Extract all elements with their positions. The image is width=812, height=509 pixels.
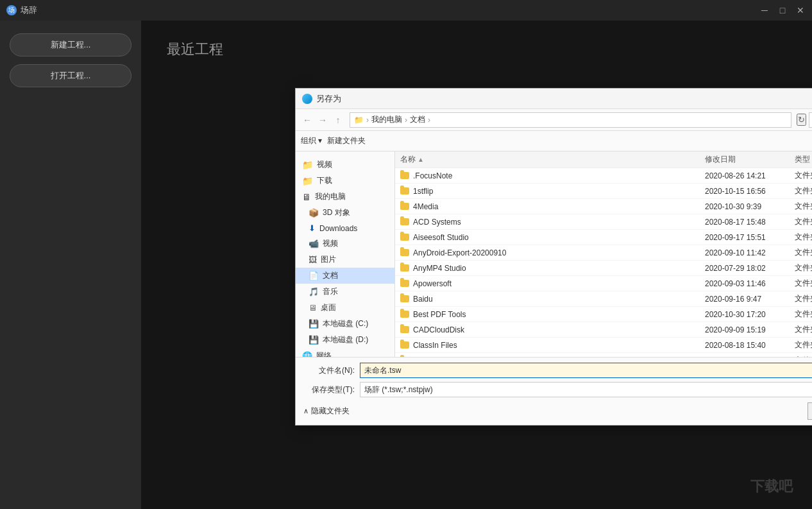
file-row[interactable]: Combine PDF 2020-10-02 8:35 文件夹 — [395, 353, 812, 357]
download-icon: ⬇ — [309, 223, 316, 233]
watermark: 下载吧 — [750, 477, 793, 496]
content-area: 最近工程 另存为 ✕ ← → ↑ 📁 › 我的电脑 — [141, 21, 812, 509]
minimize-button[interactable]: ─ — [759, 5, 770, 15]
file-row[interactable]: ClassIn Files 2020-08-18 15:40 文件夹 — [395, 338, 812, 353]
network-icon: 🌐 — [302, 351, 312, 357]
main-layout: 新建工程... 打开工程... 最近工程 另存为 ✕ ← → ↑ � — [0, 21, 812, 509]
file-row[interactable]: AnyDroid-Export-20200910 2020-09-10 11:4… — [395, 245, 812, 261]
footer-btn-group: 保存(S) 取消 — [808, 402, 812, 420]
file-folder-icon — [400, 311, 409, 318]
dialog-title-left: 另存为 — [302, 93, 341, 105]
file-row[interactable]: CADCloudDisk 2020-09-09 15:19 文件夹 — [395, 322, 812, 338]
file-row[interactable]: AnyMP4 Studio 2020-07-29 18:02 文件夹 — [395, 261, 812, 276]
file-row[interactable]: .FocusNote 2020-08-26 14:21 文件夹 — [395, 168, 812, 184]
col-modified: 修改日期 — [705, 154, 795, 165]
hide-folder-button[interactable]: ∧ 隐藏文件夹 — [303, 406, 350, 417]
filetype-select-wrap: 场辞 (*.tsw;*.nstpjw) ▼ — [360, 382, 812, 397]
folder-icon: 📁 — [302, 160, 313, 170]
app-title: 场辞 — [21, 4, 37, 16]
save-button[interactable]: 保存(S) — [808, 402, 812, 420]
desktop-icon: 🖥 — [309, 303, 317, 313]
app-icon: 场 — [6, 5, 17, 15]
drive-c-icon: 💾 — [309, 319, 319, 329]
col-type: 类型 — [795, 154, 812, 165]
filename-label: 文件名(N): — [303, 365, 355, 376]
file-row[interactable]: Best PDF Tools 2020-10-30 17:20 文件夹 — [395, 307, 812, 322]
breadcrumb-docs[interactable]: 文档 — [410, 114, 425, 125]
back-button[interactable]: ← — [301, 115, 314, 125]
sidebar: 新建工程... 打开工程... — [0, 21, 141, 509]
filetype-row: 保存类型(T): 场辞 (*.tsw;*.nstpjw) ▼ — [303, 382, 812, 397]
search-box: 🔍 — [809, 112, 812, 128]
organize-button[interactable]: 组织 ▾ — [301, 135, 322, 146]
breadcrumb-icon: 📁 — [354, 116, 364, 125]
nav-item-desktop[interactable]: 🖥 桌面 — [296, 300, 394, 316]
footer-actions: ∧ 隐藏文件夹 保存(S) 取消 — [303, 402, 812, 420]
file-folder-icon — [400, 264, 409, 272]
folder-3d-icon: 📦 — [309, 208, 319, 218]
nav-item-mypc[interactable]: 🖥 我的电脑 — [296, 189, 394, 205]
file-row[interactable]: Baidu 2020-09-16 9:47 文件夹 — [395, 291, 812, 307]
filetype-select[interactable]: 场辞 (*.tsw;*.nstpjw) — [360, 382, 812, 397]
breadcrumb-bar[interactable]: 📁 › 我的电脑 › 文档 › — [350, 112, 791, 128]
breadcrumb-pc[interactable]: 我的电脑 — [371, 114, 402, 125]
file-row[interactable]: Apowersoft 2020-09-03 11:46 文件夹 — [395, 276, 812, 291]
file-row[interactable]: 1stflip 2020-10-15 16:56 文件夹 — [395, 184, 812, 199]
file-folder-icon — [400, 234, 409, 241]
folder-icon: 📁 — [302, 176, 313, 186]
open-project-button[interactable]: 打开工程... — [10, 64, 131, 87]
nav-item-music[interactable]: 🎵 音乐 — [296, 284, 394, 300]
forward-button[interactable]: → — [316, 115, 329, 125]
file-folder-icon — [400, 280, 409, 287]
titlebar-controls: ─ □ ✕ — [759, 5, 806, 15]
app-close-button[interactable]: ✕ — [795, 5, 806, 15]
nav-item-3d[interactable]: 📦 3D 对象 — [296, 205, 394, 221]
nav-item-downloads[interactable]: ⬇ Downloads — [296, 221, 394, 236]
nav-item-drive-c[interactable]: 💾 本地磁盘 (C:) — [296, 316, 394, 332]
pictures-icon: 🖼 — [309, 255, 317, 264]
filename-row: 文件名(N): ▼ — [303, 363, 812, 378]
titlebar-left: 场 场辞 — [6, 4, 37, 16]
filetype-label: 保存类型(T): — [303, 384, 355, 395]
file-folder-icon — [400, 341, 409, 349]
nav-item-video[interactable]: 📁 视频 — [296, 157, 394, 173]
dialog-actionbar: 组织 ▾ 新建文件夹 ▦ ▾ ? — [296, 131, 812, 151]
col-name: 名称 ▲ — [400, 154, 705, 165]
file-folder-icon — [400, 203, 409, 210]
chevron-down-icon: ∧ — [303, 407, 309, 415]
file-folder-icon — [400, 295, 409, 302]
nav-item-drive-d[interactable]: 💾 本地磁盘 (D:) — [296, 332, 394, 348]
file-panel[interactable]: 名称 ▲ 修改日期 类型 大小 .FocusNote 2020-08-26 14… — [395, 151, 812, 357]
file-folder-icon — [400, 218, 409, 225]
docs-icon: 📄 — [309, 271, 319, 280]
music-icon: 🎵 — [309, 287, 319, 297]
file-list-header: 名称 ▲ 修改日期 类型 大小 — [395, 151, 812, 168]
refresh-button[interactable]: ↻ — [797, 114, 806, 126]
nav-panel: 📁 视频 📁 下载 🖥 我的电脑 📦 3D 对象 — [296, 151, 395, 357]
file-row[interactable]: 4Media 2020-10-30 9:39 文件夹 — [395, 199, 812, 214]
dialog-app-icon — [302, 94, 312, 104]
drive-d-icon: 💾 — [309, 335, 319, 345]
dialog-title: 另存为 — [316, 93, 341, 105]
save-as-dialog: 另存为 ✕ ← → ↑ 📁 › 我的电脑 › 文档 › ↻ — [295, 88, 812, 426]
nav-item-pictures[interactable]: 🖼 图片 — [296, 252, 394, 268]
nav-item-videos[interactable]: 📹 视频 — [296, 236, 394, 252]
dialog-toolbar: ← → ↑ 📁 › 我的电脑 › 文档 › ↻ 🔍 — [296, 109, 812, 131]
nav-item-network[interactable]: 🌐 网络 — [296, 348, 394, 357]
file-folder-icon — [400, 172, 409, 179]
new-folder-button[interactable]: 新建文件夹 — [327, 135, 366, 146]
nav-item-download[interactable]: 📁 下载 — [296, 173, 394, 189]
maximize-button[interactable]: □ — [777, 5, 788, 15]
dialog-footer: 文件名(N): ▼ 保存类型(T): 场辞 (*.tsw;*.nstpjw) ▼ — [296, 357, 812, 425]
file-row[interactable]: ACD Systems 2020-08-17 15:48 文件夹 — [395, 214, 812, 230]
new-project-button[interactable]: 新建工程... — [10, 33, 131, 56]
file-row[interactable]: Aiseesoft Studio 2020-09-17 15:51 文件夹 — [395, 230, 812, 245]
video-icon: 📹 — [309, 239, 319, 248]
file-folder-icon — [400, 187, 409, 194]
file-folder-icon — [400, 326, 409, 333]
filename-input[interactable] — [360, 363, 812, 378]
dialog-titlebar: 另存为 ✕ — [296, 89, 812, 109]
up-button[interactable]: ↑ — [332, 115, 344, 125]
dialog-body: 📁 视频 📁 下载 🖥 我的电脑 📦 3D 对象 — [296, 151, 812, 357]
nav-item-documents[interactable]: 📄 文档 — [296, 268, 394, 284]
